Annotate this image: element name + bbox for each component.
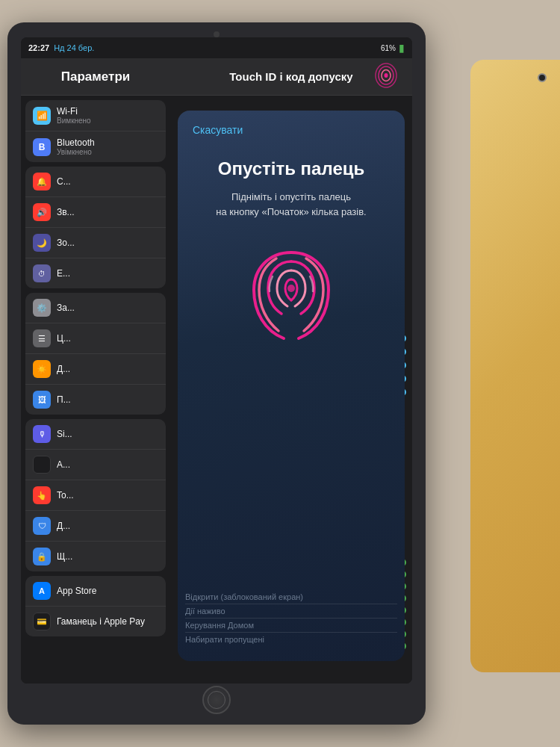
- appstore-label: App Store: [57, 586, 96, 596]
- apple-icon: [33, 456, 51, 474]
- settings-panel-title: Параметри: [61, 69, 130, 84]
- screentime-row[interactable]: ⏱ Е...: [25, 258, 166, 288]
- sound-icon: 🔊: [33, 203, 51, 221]
- settings-sidebar: 📶 Wi-Fi Вимкнено B Bluetooth: [21, 96, 170, 684]
- privacy-row[interactable]: 🛡 Д...: [25, 511, 166, 542]
- more-group: 🎙 Si... A... 👆 To...: [25, 419, 166, 571]
- bottom-items: Відкрити (заблокований екран) Дії наживо…: [185, 590, 397, 646]
- touchid-title: Touch ID і код допуску: [229, 70, 352, 83]
- list-item-4: Набирати пропущені: [185, 633, 397, 646]
- battery-pct: 61%: [381, 44, 396, 52]
- bluetooth-label: Bluetooth: [57, 137, 158, 148]
- screentime-icon: ⏱: [33, 264, 51, 282]
- settings-header: Параметри: [21, 58, 170, 96]
- wifi-text: Wi-Fi Вимкнено: [57, 106, 158, 125]
- notif-row[interactable]: 🔔 С...: [25, 167, 166, 197]
- apps-group: A App Store 💳 Гаманець і Apple Pay: [25, 576, 166, 636]
- svg-point-3: [385, 73, 388, 78]
- privacy-icon: 🛡: [33, 517, 51, 535]
- ipad-gold: [470, 60, 560, 672]
- wallpaper-icon: 🖼: [33, 391, 51, 409]
- bluetooth-value: Увімкнено: [57, 148, 158, 156]
- scene: 22:27 Нд 24 бер. 61% ▮ Параметри Touch I…: [0, 0, 560, 747]
- focus-icon: 🌙: [33, 234, 51, 252]
- list-item-3: Керування Домом: [185, 619, 397, 633]
- home-button-ring: [208, 691, 225, 709]
- touchid-header: Touch ID і код допуску: [170, 58, 412, 96]
- wallet-label: Гаманець і Apple Pay: [57, 616, 145, 627]
- general-label: За...: [57, 303, 75, 313]
- wallpaper-label: П...: [57, 394, 71, 405]
- display-label: Д...: [57, 364, 70, 374]
- privacy2-icon: 🔒: [33, 548, 51, 565]
- wifi-icon: 📶: [33, 107, 51, 125]
- battery-icon: ▮: [399, 42, 405, 54]
- fingerprint-icon: [250, 245, 332, 342]
- wifi-row[interactable]: 📶 Wi-Fi Вимкнено: [25, 100, 166, 131]
- notif-group: 🔔 С... 🔊 Зв... 🌙 Зо...: [25, 167, 166, 288]
- ipad-main: 22:27 Нд 24 бер. 61% ▮ Параметри Touch I…: [7, 22, 426, 725]
- focus-label: Зо...: [57, 238, 75, 248]
- general-icon: ⚙️: [33, 299, 51, 317]
- wallpaper-row[interactable]: 🖼 П...: [25, 385, 166, 415]
- wifi-group: 📶 Wi-Fi Вимкнено B Bluetooth: [25, 100, 166, 162]
- cancel-button[interactable]: Скасувати: [193, 124, 243, 136]
- wifi-value: Вимкнено: [57, 117, 158, 125]
- general-row[interactable]: ⚙️ За...: [25, 293, 166, 323]
- sound-row[interactable]: 🔊 Зв...: [25, 197, 166, 228]
- main-content: Скасувати Опустіть палець Підніміть і оп…: [170, 96, 412, 684]
- appstore-row[interactable]: A App Store: [25, 576, 166, 607]
- notification-icon: 🔔: [33, 173, 51, 190]
- ipad-screen: 22:27 Нд 24 бер. 61% ▮ Параметри Touch I…: [21, 37, 412, 684]
- home-button[interactable]: [202, 686, 231, 714]
- svg-point-4: [287, 285, 295, 292]
- display-row[interactable]: ☀️ Д...: [25, 354, 166, 385]
- touchid-row[interactable]: 👆 To...: [25, 480, 166, 511]
- bluetooth-text: Bluetooth Увімкнено: [57, 137, 158, 156]
- status-bar: 22:27 Нд 24 бер. 61% ▮: [21, 37, 412, 58]
- modal-subtitle: Підніміть і опустіть палець на кнопку «П…: [216, 190, 366, 219]
- list-item-1: Відкрити (заблокований екран): [185, 590, 397, 604]
- gold-camera-icon: [538, 73, 547, 82]
- modal-title: Опустіть палець: [218, 158, 365, 179]
- control-label: Ц...: [57, 333, 71, 344]
- touchid-modal: Скасувати Опустіть палець Підніміть і оп…: [178, 111, 405, 661]
- privacy2-row[interactable]: 🔒 Щ...: [25, 542, 166, 571]
- list-item-2: Дії наживо: [185, 604, 397, 619]
- status-date: Нд 24 бер.: [54, 43, 94, 52]
- wallet-row[interactable]: 💳 Гаманець і Apple Pay: [25, 607, 166, 636]
- sound-label: Зв...: [57, 207, 75, 217]
- status-right: 61% ▮: [381, 42, 405, 54]
- apple-row[interactable]: A...: [25, 450, 166, 480]
- wallet-icon: 💳: [33, 613, 51, 630]
- siri-row[interactable]: 🎙 Si...: [25, 419, 166, 450]
- main-camera-icon: [214, 31, 220, 37]
- general-group: ⚙️ За... ☰ Ц... ☀️ Д...: [25, 293, 166, 415]
- control-row[interactable]: ☰ Ц...: [25, 323, 166, 354]
- bluetooth-row[interactable]: B Bluetooth Увімкнено: [25, 131, 166, 162]
- focus-row[interactable]: 🌙 Зо...: [25, 228, 166, 258]
- fingerprint-header-icon: [375, 62, 397, 88]
- control-icon: ☰: [33, 329, 51, 347]
- touchid-row-icon: 👆: [33, 486, 51, 504]
- wifi-label: Wi-Fi: [57, 106, 158, 117]
- appstore-icon: A: [33, 582, 51, 600]
- bluetooth-icon: B: [33, 138, 51, 156]
- status-time: 22:27: [28, 43, 49, 52]
- siri-icon: 🎙: [33, 425, 51, 443]
- notif-label: С...: [57, 176, 71, 187]
- fingerprint-container: [246, 241, 336, 346]
- display-icon: ☀️: [33, 360, 51, 378]
- screentime-label: Е...: [57, 268, 70, 279]
